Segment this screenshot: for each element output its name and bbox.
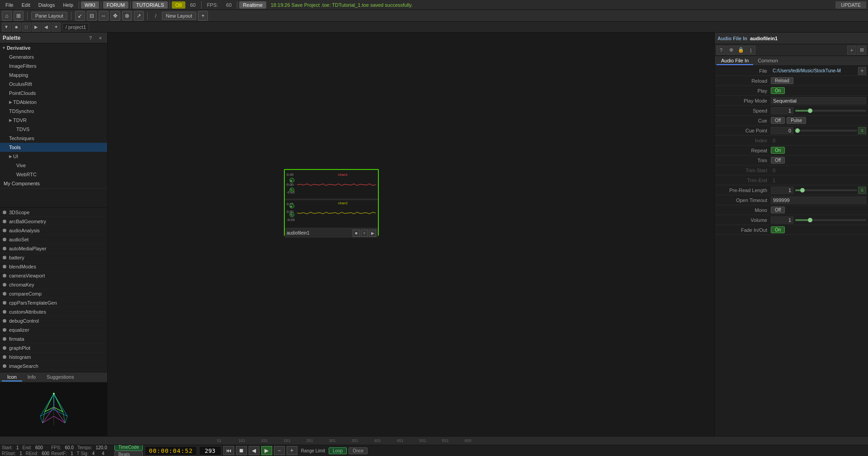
audio-node[interactable]: 0.05 0.00 -0.05 chan1 0.05 0.00 -0.05 ch… <box>284 169 379 236</box>
menu-help[interactable]: Help <box>59 1 77 9</box>
center-canvas[interactable]: 0.05 0.00 -0.05 chan1 0.05 0.00 -0.05 ch… <box>108 33 714 436</box>
comp-list-item[interactable]: blendModes <box>0 262 107 271</box>
comp-list-item[interactable]: firmata <box>0 334 107 343</box>
param-btn-repeat[interactable]: On <box>771 147 785 154</box>
node-icon-3[interactable]: ▶ <box>369 230 376 237</box>
addr-lock-icon[interactable]: ■ <box>12 23 21 32</box>
param-slider-preread[interactable]: 1 <box>771 187 857 194</box>
right-tool-link-icon[interactable]: ⊕ <box>726 46 736 55</box>
tab-info[interactable]: Info <box>22 373 41 381</box>
addr-arrow-icon[interactable]: ▶ <box>32 23 41 32</box>
transport-rewind-icon[interactable]: ⏮ <box>223 446 234 455</box>
update-button[interactable]: UPDATE <box>835 1 866 9</box>
tab-audiofilein[interactable]: Audio File In <box>717 57 753 65</box>
menu-edit[interactable]: Edit <box>18 1 34 9</box>
tab-common[interactable]: Common <box>753 57 783 65</box>
pane-layout-button[interactable]: Pane Layout <box>31 12 67 20</box>
param-number-volume[interactable]: 1 <box>771 216 793 224</box>
addr-slash-icon[interactable]: ✦ <box>52 23 61 32</box>
tree-item-tdvr[interactable]: ▶ TDVR <box>0 116 107 125</box>
param-slider-thumb-preread[interactable] <box>800 188 805 193</box>
right-tool-plus-icon[interactable]: + <box>847 46 856 55</box>
menu-file[interactable]: File <box>2 1 17 9</box>
node-icon-2[interactable]: + <box>361 230 368 237</box>
param-btn-mono[interactable]: Off <box>771 207 785 213</box>
comp-list-item[interactable]: chromaKey <box>0 280 107 289</box>
tab-suggestions[interactable]: Suggestions <box>41 373 80 381</box>
tag-oii[interactable]: OII <box>172 1 186 9</box>
param-value-playmode[interactable]: Sequential <box>771 97 866 104</box>
transport-plus-icon[interactable]: + <box>287 446 297 455</box>
once-btn[interactable]: Once <box>349 447 368 454</box>
param-slider-volume[interactable]: 1 <box>771 216 866 224</box>
node-icon-1[interactable]: ■ <box>353 230 360 237</box>
tab-icon[interactable]: Icon <box>2 373 22 381</box>
param-value-opentimeout[interactable]: 999999 <box>771 197 866 204</box>
tree-item-oculusrift[interactable]: OculusRift <box>0 80 107 89</box>
param-slider-track-speed[interactable] <box>795 110 866 112</box>
tree-item-tdableton[interactable]: ▶ TDAbleton <box>0 98 107 107</box>
tag-forum[interactable]: FORUM <box>103 1 128 9</box>
param-number-preread[interactable]: 1 <box>771 187 793 194</box>
param-slider-thumb-speed[interactable] <box>808 108 812 113</box>
tree-item-derivative[interactable]: ▼ Derivative <box>0 43 107 52</box>
param-number-speed[interactable]: 1 <box>771 107 793 114</box>
transport-prev-icon[interactable]: ◀ <box>249 446 259 455</box>
comp-list-item[interactable]: battery <box>0 253 107 262</box>
param-btn-play[interactable]: On <box>771 87 785 94</box>
tree-item-tdsynchro[interactable]: TDSynchro <box>0 107 107 116</box>
tag-tutorials[interactable]: TUTORIALS <box>132 1 168 9</box>
addr-dropdown-icon[interactable]: ▼ <box>2 23 11 32</box>
tree-item-webrtc[interactable]: WebRTC <box>0 170 107 179</box>
transport-minus-icon[interactable]: − <box>274 446 285 455</box>
toolbar-grid-icon[interactable]: ⊞ <box>14 11 24 21</box>
comp-list-item[interactable]: equalizer <box>0 325 107 334</box>
param-s-btn-cuepoint[interactable]: S <box>858 127 866 134</box>
comp-list-item[interactable]: imageSearch <box>0 362 107 371</box>
param-slider-thumb-volume[interactable] <box>808 218 812 222</box>
right-tool-help-icon[interactable]: ? <box>717 46 726 55</box>
tree-item-pointclouds[interactable]: PointClouds <box>0 89 107 98</box>
param-btn-cue-pulse[interactable]: Pulse <box>787 117 806 124</box>
param-btn-cue-off[interactable]: Off <box>771 117 785 124</box>
param-btn-trim[interactable]: Off <box>771 157 785 164</box>
tree-item-tdvs[interactable]: TDVS <box>0 125 107 134</box>
right-tool-expand-icon[interactable]: ⊞ <box>857 46 866 55</box>
param-slider-track-volume[interactable] <box>795 219 866 221</box>
param-btn-reload[interactable]: Reload <box>771 77 793 84</box>
toolbar-fit-icon[interactable]: ↗ <box>134 11 144 21</box>
transport-play-icon[interactable]: ▶ <box>261 446 272 455</box>
tree-item-ui[interactable]: ▶ UI <box>0 152 107 161</box>
comp-list-item[interactable]: autoMediaPlayer <box>0 244 107 253</box>
toolbar-home-icon[interactable]: ⌂ <box>2 11 12 21</box>
tree-item-imagefilters[interactable]: ImageFilters <box>0 61 107 71</box>
param-value-file[interactable]: C:/Users/tedli/Music/StockTune-M <box>771 68 858 74</box>
param-btn-fade[interactable]: On <box>771 226 785 233</box>
realtime-tag[interactable]: Realtime <box>239 1 266 9</box>
tree-item-generators[interactable]: Generators <box>0 52 107 61</box>
comp-list-item[interactable]: histogram <box>0 353 107 362</box>
tree-item-techniques[interactable]: Techniques <box>0 134 107 143</box>
addr-expand-icon[interactable]: ◀ <box>42 23 51 32</box>
comp-list-item[interactable]: 3DScope <box>0 208 107 217</box>
right-tool-lock-icon[interactable]: 🔒 <box>736 46 745 55</box>
param-slider-track-preread[interactable] <box>795 189 857 191</box>
param-number-cuepoint[interactable]: 0 <box>771 127 793 134</box>
tag-wiki[interactable]: WIKI <box>81 1 99 9</box>
param-s-btn-preread[interactable]: S <box>858 187 866 194</box>
transport-stop-icon[interactable]: ⏹ <box>236 446 247 455</box>
toolbar-zoom-icon[interactable]: ⊕ <box>122 11 132 21</box>
toolbar-move-icon[interactable]: ✥ <box>110 11 120 21</box>
comp-list-item[interactable]: arcBallGeometry <box>0 217 107 226</box>
addr-box-icon[interactable]: □ <box>22 23 31 32</box>
palette-help-icon[interactable]: ? <box>86 34 94 42</box>
my-components-item[interactable]: My Components <box>0 179 107 188</box>
comp-list-item[interactable]: cameraViewport <box>0 271 107 280</box>
comp-list-item[interactable]: customAttributes <box>0 307 107 316</box>
toolbar-nav-icon[interactable]: ↔ <box>99 11 108 21</box>
comp-list-item[interactable]: cppParsTemplateGen <box>0 298 107 307</box>
param-slider-thumb-cuepoint[interactable] <box>795 128 800 133</box>
beats-mode-btn[interactable]: Beats <box>114 451 143 456</box>
address-path[interactable]: / project1 <box>62 23 89 31</box>
param-slider-speed[interactable]: 1 <box>771 107 866 114</box>
